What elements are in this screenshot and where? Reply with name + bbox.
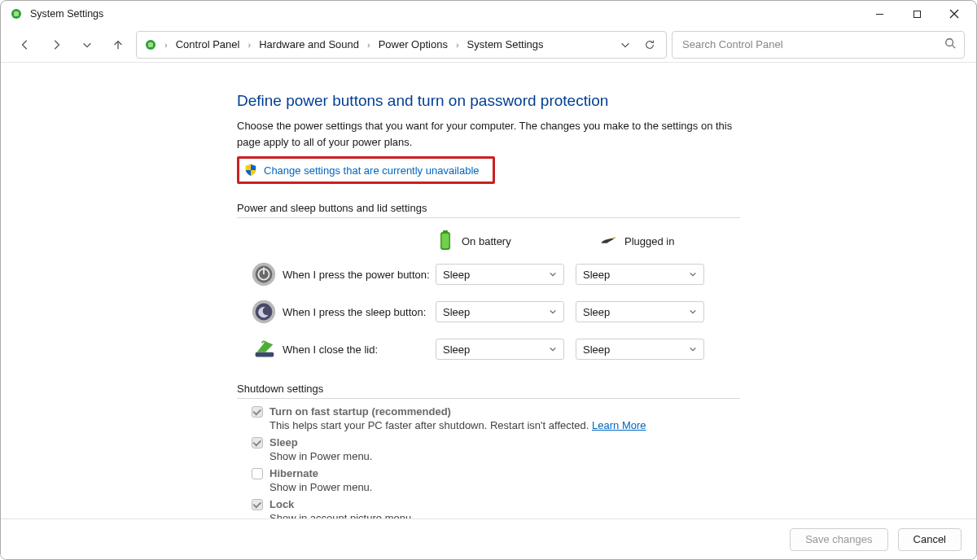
sleep-button-icon xyxy=(248,296,279,327)
chevron-down-icon xyxy=(549,308,557,316)
setting-row-sleep-button: When I press the sleep button: Sleep Sle… xyxy=(237,296,740,327)
close-button[interactable] xyxy=(935,1,973,27)
search-icon xyxy=(944,37,956,51)
sleep-checkbox[interactable] xyxy=(252,437,263,448)
breadcrumb-control-panel[interactable]: Control Panel xyxy=(171,35,245,54)
page-title: Define power buttons and turn on passwor… xyxy=(237,92,740,110)
save-changes-button[interactable]: Save changes xyxy=(790,528,887,551)
chevron-down-icon xyxy=(689,308,697,316)
shutdown-item-lock: Lock Show in account picture menu. xyxy=(252,498,740,518)
search-input[interactable] xyxy=(681,37,944,51)
sleep-title: Sleep xyxy=(269,436,298,448)
chevron-down-icon xyxy=(549,345,557,353)
shutdown-item-sleep: Sleep Show in Power menu. xyxy=(252,436,740,462)
svg-rect-19 xyxy=(256,352,274,357)
shutdown-item-hibernate: Hibernate Show in Power menu. xyxy=(252,467,740,493)
chevron-down-icon xyxy=(689,345,697,353)
forward-button[interactable] xyxy=(43,32,69,58)
chevron-right-icon: › xyxy=(246,40,252,50)
section-power-sleep-label: Power and sleep buttons and lid settings xyxy=(237,202,740,218)
breadcrumb-power-options[interactable]: Power Options xyxy=(374,35,453,54)
title-bar: System Settings xyxy=(1,1,976,27)
close-lid-on-battery-select[interactable]: Sleep xyxy=(436,339,564,360)
column-plugged-in-label: Plugged in xyxy=(624,235,674,247)
page-intro: Choose the power settings that you want … xyxy=(237,118,740,150)
lid-icon xyxy=(248,334,279,365)
shutdown-item-fast-startup: Turn on fast startup (recommended) This … xyxy=(252,405,740,431)
hibernate-title: Hibernate xyxy=(269,467,318,479)
svg-rect-7 xyxy=(148,42,153,47)
change-unavailable-settings-link[interactable]: Change settings that are currently unava… xyxy=(264,164,480,177)
learn-more-link[interactable]: Learn More xyxy=(592,419,646,431)
setting-row-close-lid: When I close the lid: Sleep Sleep xyxy=(237,334,740,365)
window-controls xyxy=(861,1,973,27)
uac-shield-icon xyxy=(244,164,257,177)
app-icon xyxy=(9,7,24,21)
svg-rect-12 xyxy=(442,234,449,248)
power-button-icon xyxy=(248,259,279,290)
lock-checkbox[interactable] xyxy=(252,499,263,510)
hibernate-checkbox[interactable] xyxy=(252,468,263,479)
power-button-plugged-in-select[interactable]: Sleep xyxy=(576,264,704,285)
column-plugged-in: Plugged in xyxy=(600,230,738,252)
svg-point-18 xyxy=(256,304,273,321)
setting-label: When I press the power button: xyxy=(279,269,436,281)
svg-rect-3 xyxy=(913,11,920,17)
column-on-battery-label: On battery xyxy=(462,235,511,247)
chevron-down-icon xyxy=(689,270,697,278)
fast-startup-checkbox[interactable] xyxy=(252,406,263,418)
navigation-toolbar: › Control Panel › Hardware and Sound › P… xyxy=(1,27,976,63)
shutdown-settings-list: Turn on fast startup (recommended) This … xyxy=(252,405,740,518)
fast-startup-title: Turn on fast startup (recommended) xyxy=(269,405,451,418)
plug-icon xyxy=(600,230,616,252)
svg-line-9 xyxy=(953,46,956,49)
refresh-button[interactable] xyxy=(638,33,661,56)
svg-point-8 xyxy=(946,39,953,46)
setting-row-power-button: When I press the power button: Sleep Sle… xyxy=(237,259,740,290)
column-headers: On battery Plugged in xyxy=(237,230,740,252)
setting-label: When I press the sleep button: xyxy=(279,306,436,318)
address-dropdown-button[interactable] xyxy=(614,33,637,56)
minimize-button[interactable] xyxy=(861,1,898,27)
sleep-button-on-battery-select[interactable]: Sleep xyxy=(436,301,564,322)
back-button[interactable] xyxy=(12,32,38,58)
chevron-right-icon: › xyxy=(163,40,169,50)
section-shutdown-label: Shutdown settings xyxy=(237,383,740,399)
column-on-battery: On battery xyxy=(437,230,576,252)
lock-title: Lock xyxy=(269,498,294,510)
recent-locations-button[interactable] xyxy=(74,32,100,58)
sleep-button-plugged-in-select[interactable]: Sleep xyxy=(576,301,704,322)
chevron-right-icon: › xyxy=(454,40,461,50)
fast-startup-desc: This helps start your PC faster after sh… xyxy=(269,419,740,431)
location-icon xyxy=(142,36,160,54)
power-button-on-battery-select[interactable]: Sleep xyxy=(436,264,564,285)
sleep-desc: Show in Power menu. xyxy=(269,450,740,462)
setting-label: When I close the lid: xyxy=(279,343,436,356)
chevron-right-icon: › xyxy=(366,40,372,50)
svg-rect-1 xyxy=(14,11,19,16)
change-unavailable-settings[interactable]: Change settings that are currently unava… xyxy=(237,156,495,184)
battery-icon xyxy=(437,230,453,252)
search-box[interactable] xyxy=(672,31,965,59)
maximize-button[interactable] xyxy=(898,1,935,27)
chevron-down-icon xyxy=(549,270,557,278)
cancel-button[interactable]: Cancel xyxy=(898,528,962,551)
window-title: System Settings xyxy=(30,8,103,20)
close-lid-plugged-in-select[interactable]: Sleep xyxy=(576,339,704,360)
address-bar[interactable]: › Control Panel › Hardware and Sound › P… xyxy=(136,31,667,59)
hibernate-desc: Show in Power menu. xyxy=(269,481,740,493)
breadcrumb-system-settings[interactable]: System Settings xyxy=(462,35,549,54)
breadcrumb-hardware-and-sound[interactable]: Hardware and Sound xyxy=(254,35,364,54)
lock-desc: Show in account picture menu. xyxy=(269,512,740,518)
content-area: Define power buttons and turn on passwor… xyxy=(1,64,976,518)
footer: Save changes Cancel xyxy=(1,518,976,559)
up-button[interactable] xyxy=(105,32,131,58)
